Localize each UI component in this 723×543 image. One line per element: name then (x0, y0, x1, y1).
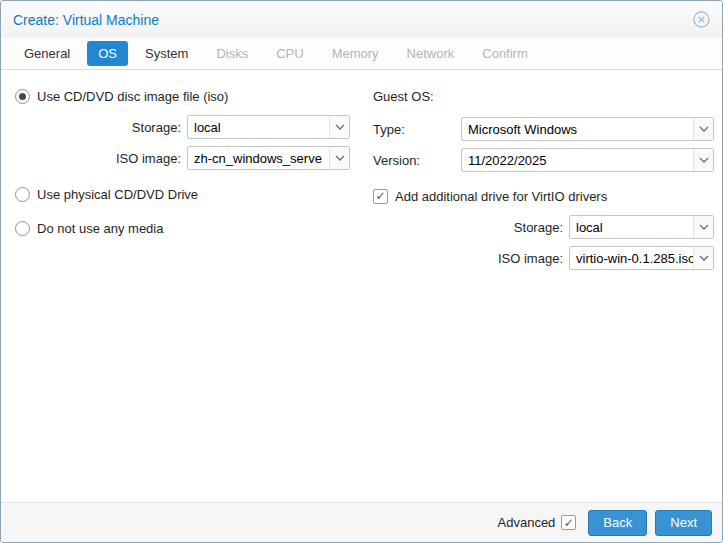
virtio-iso-select-value: virtio-win-0.1.285.iso (570, 251, 693, 266)
chevron-down-icon[interactable] (693, 216, 713, 238)
radio-unselected-icon (15, 221, 30, 236)
virtio-drivers-checkbox[interactable]: ✓ Add additional drive for VirtIO driver… (373, 184, 714, 208)
radio-physical-drive[interactable]: Use physical CD/DVD Drive (15, 182, 365, 206)
radio-use-iso-label: Use CD/DVD disc image file (iso) (37, 89, 228, 104)
iso-image-label: ISO image: (15, 151, 187, 166)
radio-no-media[interactable]: Do not use any media (15, 216, 365, 240)
iso-image-select[interactable]: zh-cn_windows_serve (187, 146, 350, 170)
version-select-value: 11/2022/2025 (462, 153, 693, 168)
chevron-down-icon[interactable] (693, 149, 713, 171)
virtio-iso-label: ISO image: (373, 251, 569, 266)
dialog-header: Create: Virtual Machine (1, 1, 722, 38)
chevron-down-icon[interactable] (693, 118, 713, 140)
type-select[interactable]: Microsoft Windows (461, 117, 714, 141)
type-label: Type: (373, 122, 461, 137)
tab-network: Network (396, 41, 466, 66)
checkbox-checked-icon: ✓ (373, 189, 388, 204)
close-icon[interactable] (692, 11, 710, 29)
version-select[interactable]: 11/2022/2025 (461, 148, 714, 172)
chevron-down-icon[interactable] (329, 116, 349, 138)
media-source-column: Use CD/DVD disc image file (iso) Storage… (15, 84, 365, 502)
tab-cpu: CPU (265, 41, 314, 66)
tab-confirm: Confirm (471, 41, 539, 66)
version-field-row: Version: 11/2022/2025 (373, 148, 714, 172)
iso-image-select-value: zh-cn_windows_serve (188, 151, 329, 166)
wizard-tab-bar: General OS System Disks CPU Memory Netwo… (1, 38, 722, 70)
dialog-title: Create: Virtual Machine (13, 12, 159, 28)
chevron-down-icon[interactable] (693, 247, 713, 269)
virtio-drivers-checkbox-label: Add additional drive for VirtIO drivers (395, 189, 607, 204)
advanced-checkbox[interactable]: Advanced ✓ (498, 515, 577, 530)
storage-select[interactable]: local (187, 115, 350, 139)
virtio-storage-label: Storage: (373, 220, 569, 235)
tab-system[interactable]: System (134, 41, 199, 66)
next-button[interactable]: Next (655, 510, 712, 536)
radio-physical-drive-label: Use physical CD/DVD Drive (37, 187, 198, 202)
dialog-footer: Advanced ✓ Back Next (1, 502, 722, 542)
tab-os[interactable]: OS (87, 41, 128, 66)
storage-select-value: local (188, 120, 329, 135)
virtio-storage-select-value: local (570, 220, 693, 235)
version-label: Version: (373, 153, 461, 168)
virtio-storage-field-row: Storage: local (373, 215, 714, 239)
virtio-iso-select[interactable]: virtio-win-0.1.285.iso (569, 246, 714, 270)
tab-memory: Memory (321, 41, 390, 66)
radio-use-iso[interactable]: Use CD/DVD disc image file (iso) (15, 84, 365, 108)
storage-label: Storage: (15, 120, 187, 135)
advanced-label: Advanced (498, 515, 556, 530)
chevron-down-icon[interactable] (329, 147, 349, 169)
back-button[interactable]: Back (588, 510, 647, 536)
virtio-storage-select[interactable]: local (569, 215, 714, 239)
guest-os-heading: Guest OS: (373, 84, 714, 108)
storage-field-row: Storage: local (15, 115, 365, 139)
os-panel: Use CD/DVD disc image file (iso) Storage… (1, 70, 722, 502)
tab-disks: Disks (205, 41, 259, 66)
tab-general[interactable]: General (13, 41, 81, 66)
checkbox-checked-icon: ✓ (561, 515, 576, 530)
radio-no-media-label: Do not use any media (37, 221, 163, 236)
radio-unselected-icon (15, 187, 30, 202)
type-select-value: Microsoft Windows (462, 122, 693, 137)
radio-selected-icon (15, 89, 30, 104)
guest-os-column: Guest OS: Type: Microsoft Windows Versio… (365, 84, 714, 502)
type-field-row: Type: Microsoft Windows (373, 117, 714, 141)
iso-image-field-row: ISO image: zh-cn_windows_serve (15, 146, 365, 170)
virtio-iso-field-row: ISO image: virtio-win-0.1.285.iso (373, 246, 714, 270)
create-vm-dialog: Create: Virtual Machine General OS Syste… (0, 0, 723, 543)
